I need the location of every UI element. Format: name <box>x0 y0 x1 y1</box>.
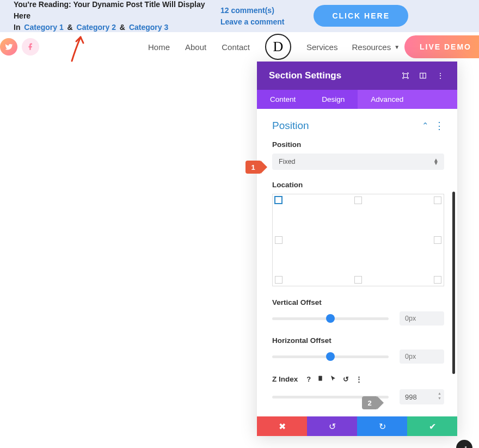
cta-button[interactable]: CLICK HERE <box>314 5 408 27</box>
cancel-button[interactable]: ✖ <box>257 416 307 436</box>
amp-2: & <box>120 23 125 32</box>
redo-button[interactable]: ↻ <box>357 416 407 436</box>
panel-footer: ✖ ↺ ↻ ✔ <box>257 416 457 436</box>
location-bottom-center[interactable] <box>354 276 362 284</box>
position-label: Position <box>272 140 444 149</box>
panel-header[interactable]: Section Settings ⋮ <box>257 62 457 90</box>
panel-tabs: Content Design Advanced <box>257 90 457 109</box>
comments-block: 12 comment(s) Leave a comment <box>220 5 324 28</box>
tab-design[interactable]: Design <box>309 90 358 109</box>
columns-icon[interactable] <box>418 71 428 81</box>
chevron-down-icon: ▼ <box>394 44 400 50</box>
spinner-down-icon[interactable]: ▼ <box>438 396 441 401</box>
expand-icon[interactable] <box>401 71 410 81</box>
zindex-label-row: Z Index ? ↺ ⋮ <box>272 375 444 384</box>
horizontal-offset-row <box>272 349 444 364</box>
main-navbar: Home About Contact D Services Resources▼… <box>0 32 479 62</box>
position-value: Fixed <box>279 158 296 165</box>
location-mid-left[interactable] <box>275 236 283 244</box>
slider-thumb[interactable] <box>326 314 335 323</box>
nav-resources[interactable]: Resources▼ <box>352 42 400 52</box>
twitter-icon[interactable] <box>0 38 17 56</box>
slider-thumb[interactable] <box>326 352 335 361</box>
panel-body: Position ⌃ ⋮ Position Fixed ▲▼ Location … <box>257 109 457 416</box>
reading-prefix: You're Reading: <box>14 0 73 9</box>
scrollbar[interactable] <box>452 192 455 374</box>
nav-services[interactable]: Services <box>306 42 338 52</box>
select-arrows-icon: ▲▼ <box>433 158 439 165</box>
section-settings-panel: Section Settings ⋮ Content Design Advanc… <box>257 62 457 436</box>
resize-handle-icon[interactable]: ⤢ <box>456 440 472 448</box>
location-mid-right[interactable] <box>434 236 441 244</box>
svg-rect-3 <box>319 376 322 381</box>
facebook-icon[interactable] <box>22 38 39 56</box>
vertical-offset-row <box>272 311 444 326</box>
save-button[interactable]: ✔ <box>407 416 457 436</box>
tab-advanced[interactable]: Advanced <box>358 90 416 109</box>
location-picker <box>272 194 444 286</box>
category-link-1[interactable]: Category 1 <box>24 23 63 32</box>
nav-contact[interactable]: Contact <box>222 42 250 52</box>
location-top-left[interactable] <box>274 196 283 204</box>
zindex-label: Z Index <box>272 375 298 383</box>
category-link-3[interactable]: Category 3 <box>129 23 168 32</box>
responsive-icon[interactable] <box>317 375 323 384</box>
social-icons <box>0 38 39 56</box>
location-bottom-left[interactable] <box>275 276 283 284</box>
zindex-row: ▲▼ <box>272 389 444 404</box>
location-label: Location <box>272 181 444 189</box>
live-demo-button[interactable]: LIVE DEMO <box>404 35 479 58</box>
location-top-center[interactable] <box>354 197 362 204</box>
group-more-icon[interactable]: ⋮ <box>434 123 444 128</box>
nav-left-links: Home About Contact <box>148 42 250 52</box>
panel-title: Section Settings <box>269 70 393 81</box>
announcement-bar: You're Reading: Your Dynamic Post Title … <box>0 0 479 32</box>
tab-content[interactable]: Content <box>257 90 309 109</box>
vertical-offset-label: Vertical Offset <box>272 298 444 306</box>
more-options-icon[interactable]: ⋮ <box>435 71 445 81</box>
leave-comment-link[interactable]: Leave a comment <box>220 16 324 28</box>
in-label: In <box>14 23 20 32</box>
location-bottom-right[interactable] <box>434 276 441 284</box>
nav-about[interactable]: About <box>185 42 206 52</box>
vertical-offset-input[interactable] <box>400 311 444 326</box>
tab-spacer <box>416 90 457 109</box>
category-link-2[interactable]: Category 2 <box>77 23 116 32</box>
comment-count-link[interactable]: 12 comment(s) <box>220 5 324 16</box>
nav-home[interactable]: Home <box>148 42 170 52</box>
reading-info: You're Reading: Your Dynamic Post Title … <box>14 0 220 33</box>
site-logo[interactable]: D <box>265 34 291 60</box>
nav-right-links: Services Resources▼ <box>306 42 400 52</box>
undo-button[interactable]: ↺ <box>307 416 357 436</box>
collapse-icon[interactable]: ⌃ <box>422 121 429 131</box>
annotation-marker-1: 1 <box>245 161 261 174</box>
zindex-more-icon[interactable]: ⋮ <box>355 375 363 383</box>
group-title: Position <box>272 120 422 132</box>
annotation-marker-2: 2 <box>362 396 377 409</box>
position-group-header[interactable]: Position ⌃ ⋮ <box>272 120 444 132</box>
horizontal-offset-slider[interactable] <box>272 355 389 358</box>
reset-icon[interactable]: ↺ <box>343 375 349 383</box>
horizontal-offset-label: Horizontal Offset <box>272 336 444 345</box>
location-top-right[interactable] <box>434 197 441 204</box>
vertical-offset-slider[interactable] <box>272 317 389 320</box>
help-icon[interactable]: ? <box>306 375 311 383</box>
nav-resources-label: Resources <box>352 42 391 52</box>
hover-icon[interactable] <box>330 375 336 384</box>
svg-rect-0 <box>404 74 408 78</box>
number-spinner[interactable]: ▲▼ <box>438 391 441 401</box>
spinner-up-icon[interactable]: ▲ <box>438 391 441 396</box>
position-select[interactable]: Fixed ▲▼ <box>272 154 444 170</box>
amp-1: & <box>67 23 73 32</box>
horizontal-offset-input[interactable] <box>400 349 444 364</box>
